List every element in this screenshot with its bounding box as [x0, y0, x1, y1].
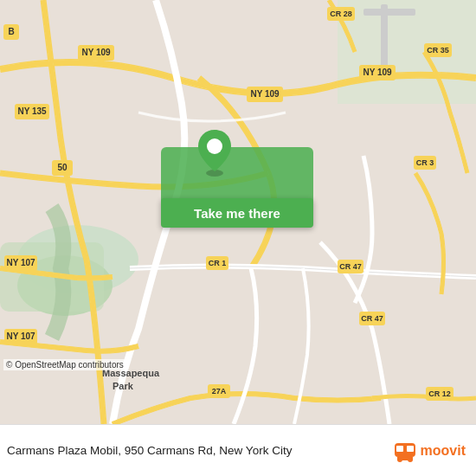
- svg-text:Park: Park: [113, 381, 134, 391]
- svg-text:CR 3: CR 3: [416, 158, 434, 167]
- svg-text:27A: 27A: [212, 387, 227, 396]
- svg-text:CR 35: CR 35: [427, 46, 449, 55]
- svg-text:B: B: [8, 27, 14, 36]
- moovit-logo: moovit: [392, 438, 466, 464]
- osm-credit: © OpenStreetMap contributors: [3, 359, 126, 370]
- svg-text:NY 107: NY 107: [6, 331, 35, 341]
- map-pin: [195, 128, 235, 180]
- svg-text:NY 109: NY 109: [363, 68, 392, 77]
- svg-point-51: [403, 447, 407, 450]
- svg-rect-46: [396, 446, 403, 452]
- svg-text:CR 47: CR 47: [361, 314, 383, 323]
- take-me-there-button[interactable]: Take me there: [161, 198, 313, 228]
- svg-text:CR 47: CR 47: [339, 262, 362, 271]
- svg-text:CR 1: CR 1: [209, 259, 227, 267]
- moovit-logo-icon: [392, 438, 418, 464]
- svg-rect-5: [363, 9, 415, 16]
- svg-text:CR 12: CR 12: [428, 389, 451, 398]
- map-container: NY 109 NY 109 NY 109 NY 135 50 NY 107 NY…: [0, 0, 476, 424]
- moovit-brand-text: moovit: [421, 443, 466, 459]
- svg-rect-6: [381, 4, 388, 74]
- svg-text:NY 109: NY 109: [250, 89, 280, 99]
- svg-text:NY 107: NY 107: [6, 258, 35, 267]
- svg-rect-50: [397, 457, 413, 460]
- svg-text:NY 135: NY 135: [17, 106, 47, 116]
- svg-text:NY 109: NY 109: [81, 48, 111, 57]
- svg-point-44: [210, 142, 219, 151]
- svg-rect-47: [407, 446, 414, 452]
- location-text: Carmans Plaza Mobil, 950 Carmans Rd, New…: [7, 443, 392, 459]
- svg-text:CR 28: CR 28: [330, 10, 352, 18]
- info-bar: Carmans Plaza Mobil, 950 Carmans Rd, New…: [0, 424, 476, 476]
- svg-text:50: 50: [57, 163, 68, 172]
